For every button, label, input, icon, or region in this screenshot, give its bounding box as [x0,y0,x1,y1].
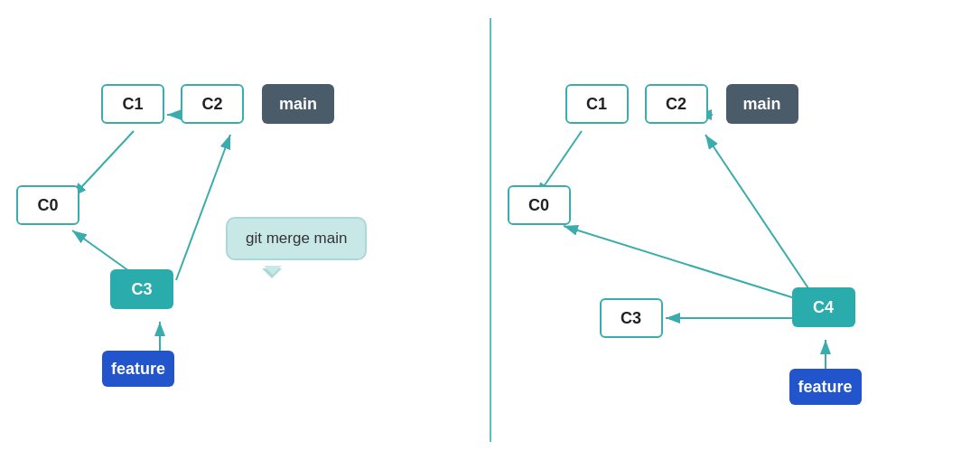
svg-line-12 [564,226,795,298]
right-feature-node: feature [789,369,862,405]
svg-line-13 [705,135,812,294]
right-c1-node: C1 [565,84,629,124]
left-c1-node: C1 [101,84,164,124]
right-c3-node: C3 [600,298,663,338]
left-panel: C0 C1 C2 main C3 feature git merge main [0,0,490,460]
left-c0-node: C0 [16,185,79,225]
right-c4-node: C4 [792,287,855,327]
right-c0-node: C0 [508,185,571,225]
left-main-node: main [262,84,334,124]
tooltip-bubble: git merge main [226,217,367,260]
svg-line-4 [72,131,134,197]
right-c2-node: C2 [645,84,708,124]
left-feature-node: feature [102,351,174,387]
right-panel: C0 C1 C2 main C3 C4 feature [491,0,981,460]
svg-line-6 [176,135,230,280]
right-main-node: main [726,84,798,124]
left-c2-node: C2 [181,84,244,124]
right-arrows [491,0,981,460]
left-c3-node: C3 [110,269,173,309]
